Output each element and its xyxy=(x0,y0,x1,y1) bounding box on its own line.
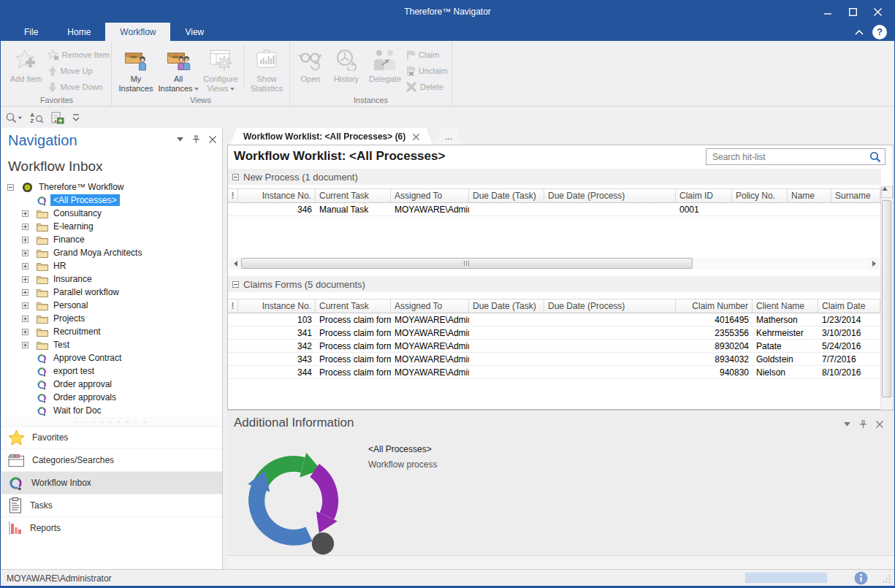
maximize-button[interactable] xyxy=(840,1,865,23)
column-header[interactable]: ! xyxy=(228,299,238,313)
column-header[interactable]: Assigned To xyxy=(391,299,469,313)
collapse-icon[interactable] xyxy=(232,174,239,180)
horizontal-scrollbar[interactable] xyxy=(229,257,880,270)
table-row[interactable]: 341Process claim formMOYAWARE\Admini...2… xyxy=(228,327,881,340)
column-header[interactable]: Due Date (Process) xyxy=(544,299,676,313)
expand-expander-icon[interactable] xyxy=(22,329,37,335)
column-header[interactable]: Claim Number xyxy=(676,299,753,313)
tree-item[interactable]: Parallel workflow xyxy=(1,286,222,299)
pin-icon[interactable] xyxy=(859,420,867,429)
collapse-ribbon-icon[interactable] xyxy=(855,30,864,35)
table-row[interactable]: 346Manual TaskMOYAWARE\Admini...0001 xyxy=(228,203,881,216)
expand-expander-icon[interactable] xyxy=(22,263,37,270)
scroll-left-button[interactable] xyxy=(229,258,241,270)
tree-item[interactable]: HR xyxy=(1,259,222,272)
column-header[interactable]: Client Name xyxy=(753,299,818,313)
column-header[interactable]: Assigned To xyxy=(391,189,469,202)
tree-item[interactable]: Personal xyxy=(1,299,222,312)
panel-splitter[interactable]: · · · · · · · · · xyxy=(1,417,222,426)
remove-item-button[interactable]: Remove Item xyxy=(47,48,110,61)
history-button[interactable]: History xyxy=(328,44,365,96)
worklist-tab[interactable]: Workflow Worklist: <All Processes> (6) xyxy=(230,128,433,145)
scrollbar-thumb[interactable] xyxy=(882,200,891,397)
tree-item[interactable]: Order approvals xyxy=(1,391,222,404)
delete-button[interactable]: Delete xyxy=(405,80,448,93)
tree-item[interactable]: Test xyxy=(1,338,222,351)
tree-item[interactable]: Projects xyxy=(1,312,222,325)
sidebar-item-reports[interactable]: Reports xyxy=(1,516,222,539)
collapse-expander-icon[interactable] xyxy=(7,184,22,191)
tree-item[interactable]: Grand Moya Architects xyxy=(1,246,222,259)
expand-expander-icon[interactable] xyxy=(22,276,37,283)
tree-item[interactable]: Insurance xyxy=(1,272,222,286)
expand-expander-icon[interactable] xyxy=(22,210,37,217)
table-row[interactable]: 103Process claim formMOYAWARE\Admini...4… xyxy=(228,313,881,327)
configure-views-button[interactable]: Configure Views xyxy=(199,44,242,96)
column-header[interactable]: Due Date (Task) xyxy=(469,299,544,313)
scroll-up-button[interactable] xyxy=(881,186,893,198)
unclaim-button[interactable]: Unclaim xyxy=(405,64,448,77)
tab-overflow[interactable]: ... xyxy=(434,128,463,145)
expand-expander-icon[interactable] xyxy=(22,237,37,243)
add-item-button[interactable]: Add Item xyxy=(5,44,47,96)
close-button[interactable] xyxy=(865,1,890,23)
resize-grip[interactable] xyxy=(882,574,891,584)
expand-expander-icon[interactable] xyxy=(22,250,37,256)
show-statistics-button[interactable]: Show Statistics xyxy=(245,44,288,96)
tree-item[interactable]: Order approval xyxy=(1,378,222,391)
all-instances-button[interactable]: All Instances xyxy=(157,44,199,96)
sidebar-item-workflow-inbox[interactable]: Workflow Inbox xyxy=(1,471,222,494)
tab-workflow[interactable]: Workflow xyxy=(105,23,170,41)
tree-item[interactable]: Therefore™ Workflow xyxy=(1,180,222,194)
tree-item[interactable]: Approve Contract xyxy=(1,351,222,364)
expand-expander-icon[interactable] xyxy=(22,289,37,296)
table-row[interactable]: 342Process claim formMOYAWARE\Admini...8… xyxy=(228,340,881,353)
column-header[interactable]: Surname xyxy=(831,189,880,202)
tree-item[interactable]: export test xyxy=(1,364,222,378)
column-header[interactable]: Due Date (Process) xyxy=(544,189,676,202)
tree-item[interactable]: Wait for Doc xyxy=(1,404,222,417)
export-hitlist-icon[interactable] xyxy=(51,112,64,124)
panel-menu-caret-icon[interactable] xyxy=(177,137,183,142)
section-header-claims-forms[interactable]: Claims Forms (5 documents) xyxy=(228,276,881,292)
column-header[interactable]: Instance No. xyxy=(238,299,316,313)
panel-close-icon[interactable] xyxy=(209,136,216,143)
column-header[interactable]: Claim Date xyxy=(818,299,880,313)
section-header-new-process[interactable]: New Process (1 document) xyxy=(228,169,881,185)
scroll-right-button[interactable] xyxy=(868,258,880,270)
collapse-icon[interactable] xyxy=(232,281,239,288)
search-dropdown-icon[interactable] xyxy=(5,112,23,123)
pin-icon[interactable] xyxy=(192,135,200,144)
expand-expander-icon[interactable] xyxy=(22,224,37,230)
column-header[interactable]: Claim ID xyxy=(676,189,732,202)
table-row[interactable]: 343Process claim formMOYAWARE\Admini...8… xyxy=(228,353,881,366)
info-icon[interactable] xyxy=(854,571,868,585)
expand-expander-icon[interactable] xyxy=(22,342,37,348)
column-header[interactable]: Due Date (Task) xyxy=(469,189,544,202)
my-instances-button[interactable]: My Instances xyxy=(115,44,157,96)
toolbar-options-icon[interactable] xyxy=(72,112,80,123)
open-button[interactable]: Open xyxy=(293,44,328,96)
az-search-icon[interactable]: AZ xyxy=(30,112,44,123)
panel-close-icon[interactable] xyxy=(876,421,883,428)
sidebar-item-tasks[interactable]: Tasks xyxy=(1,494,222,516)
tree-item[interactable]: <All Processes> xyxy=(1,194,222,207)
search-icon[interactable] xyxy=(869,151,881,163)
vertical-scrollbar[interactable] xyxy=(880,186,892,423)
column-header[interactable]: ! xyxy=(228,189,238,202)
tree-item[interactable]: E-learning xyxy=(1,220,222,233)
tab-close-icon[interactable] xyxy=(413,134,419,140)
help-button[interactable]: ? xyxy=(872,25,887,39)
column-header[interactable]: Current Task xyxy=(316,299,391,313)
sidebar-item-favorites[interactable]: Favorites xyxy=(1,426,222,448)
column-header[interactable]: Policy No. xyxy=(732,189,788,202)
column-header[interactable]: Instance No. xyxy=(238,189,316,202)
column-header[interactable]: Current Task xyxy=(316,189,391,202)
scrollbar-thumb[interactable] xyxy=(241,258,693,269)
tree-item[interactable]: Consultancy xyxy=(1,207,222,220)
claim-button[interactable]: Claim xyxy=(405,48,448,61)
move-up-button[interactable]: Move Up xyxy=(47,64,110,77)
search-input[interactable] xyxy=(707,149,885,164)
expand-expander-icon[interactable] xyxy=(22,316,37,322)
tab-home[interactable]: Home xyxy=(53,23,105,41)
